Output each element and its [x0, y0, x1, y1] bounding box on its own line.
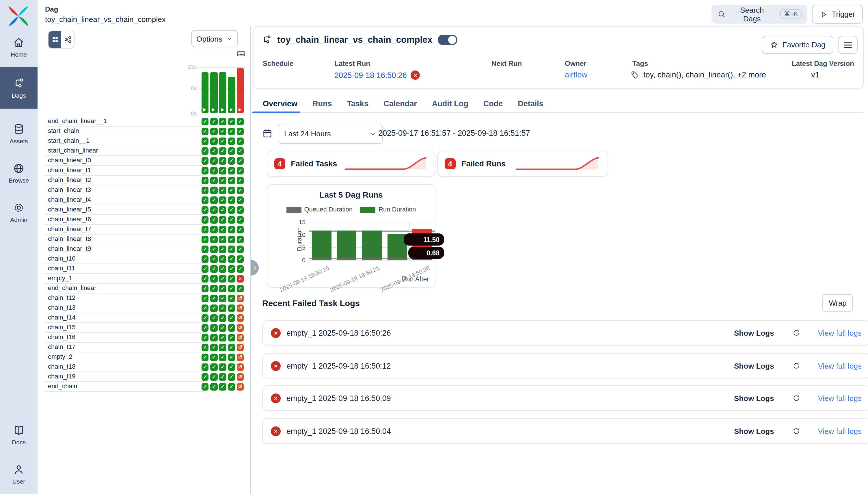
- task-instance-success[interactable]: ✓: [219, 373, 226, 380]
- favorite-dag-button[interactable]: Favorite Dag: [762, 36, 833, 54]
- task-name[interactable]: end_chain: [48, 382, 77, 390]
- task-name[interactable]: chain_linear_t8: [48, 235, 91, 242]
- task-name[interactable]: chain_linear_t0: [48, 156, 91, 164]
- wrap-button[interactable]: Wrap: [822, 294, 853, 312]
- task-instance-success[interactable]: ✓: [237, 226, 244, 233]
- refresh-icon[interactable]: [793, 362, 801, 370]
- task-name[interactable]: empty_1: [48, 274, 72, 281]
- tab-code[interactable]: Code: [484, 99, 503, 108]
- task-name[interactable]: chain_t14: [48, 314, 75, 321]
- task-instance-success[interactable]: ✓: [228, 344, 235, 351]
- dag-run-bar-failed[interactable]: [237, 69, 244, 114]
- run-duration-bar-success[interactable]: [362, 231, 382, 258]
- task-instance-success[interactable]: ✓: [228, 265, 235, 272]
- tab-tasks[interactable]: Tasks: [347, 99, 369, 108]
- task-name[interactable]: chain_t15: [48, 324, 75, 330]
- task-instance-upstream_failed[interactable]: ↺: [237, 363, 244, 370]
- task-instance-success[interactable]: ✓: [228, 285, 235, 292]
- task-instance-success[interactable]: ✓: [219, 354, 226, 361]
- sidebar-item-home[interactable]: Home: [0, 30, 38, 63]
- task-instance-success[interactable]: ✓: [210, 334, 217, 341]
- task-name[interactable]: chain_t16: [48, 334, 75, 340]
- task-name[interactable]: chain_t11: [48, 265, 75, 271]
- task-instance-success[interactable]: ✓: [210, 137, 217, 145]
- tab-runs[interactable]: Runs: [312, 99, 332, 108]
- task-name[interactable]: start_chain_linear: [48, 147, 98, 154]
- task-instance-success[interactable]: ✓: [201, 373, 209, 380]
- task-instance-success[interactable]: ✓: [210, 314, 217, 322]
- keyboard-shortcuts-icon[interactable]: [236, 49, 246, 58]
- task-instance-success[interactable]: ✓: [237, 118, 244, 125]
- queued-duration-bar[interactable]: [312, 258, 332, 260]
- task-instance-upstream_failed[interactable]: ↺: [237, 344, 244, 351]
- task-instance-success[interactable]: ✓: [228, 255, 235, 263]
- task-instance-upstream_failed[interactable]: ↺: [237, 373, 244, 380]
- queued-duration-bar[interactable]: [387, 258, 407, 260]
- task-instance-success[interactable]: ✓: [237, 255, 244, 263]
- task-instance-success[interactable]: ✓: [219, 334, 226, 341]
- task-instance-success[interactable]: ✓: [210, 206, 217, 213]
- task-instance-success[interactable]: ✓: [201, 363, 209, 370]
- task-instance-success[interactable]: ✓: [210, 177, 217, 184]
- task-instance-success[interactable]: ✓: [237, 285, 244, 292]
- task-instance-success[interactable]: ✓: [219, 275, 226, 282]
- task-instance-success[interactable]: ✓: [201, 137, 209, 145]
- dag-run-bar-success[interactable]: [228, 77, 235, 114]
- show-logs-button[interactable]: Show Logs: [734, 427, 774, 435]
- task-name[interactable]: chain_t10: [48, 255, 75, 262]
- task-instance-success[interactable]: ✓: [228, 246, 235, 253]
- task-instance-success[interactable]: ✓: [219, 324, 226, 331]
- task-instance-success[interactable]: ✓: [219, 383, 226, 390]
- task-instance-success[interactable]: ✓: [228, 216, 235, 223]
- task-instance-success[interactable]: ✓: [201, 304, 209, 312]
- task-name[interactable]: chain_linear_t3: [48, 186, 91, 193]
- task-instance-success[interactable]: ✓: [228, 226, 235, 233]
- task-instance-success[interactable]: ✓: [219, 147, 226, 155]
- task-instance-success[interactable]: ✓: [210, 294, 217, 302]
- task-name[interactable]: chain_linear_t6: [48, 215, 91, 223]
- task-instance-success[interactable]: ✓: [219, 216, 226, 223]
- show-logs-button[interactable]: Show Logs: [734, 328, 774, 337]
- task-name[interactable]: start_chain__1: [48, 137, 90, 144]
- failed-tasks-card[interactable]: 4 Failed Tasks: [267, 151, 435, 177]
- task-instance-success[interactable]: ✓: [228, 314, 235, 322]
- task-instance-success[interactable]: ✓: [210, 383, 217, 390]
- task-instance-success[interactable]: ✓: [210, 118, 217, 125]
- sidebar-item-docs[interactable]: Docs: [0, 418, 38, 451]
- dag-run-bar-success[interactable]: [201, 73, 209, 114]
- task-instance-success[interactable]: ✓: [210, 147, 217, 155]
- task-instance-success[interactable]: ✓: [210, 157, 217, 164]
- owner-link[interactable]: airflow: [565, 71, 587, 79]
- queued-duration-bar[interactable]: [337, 258, 357, 260]
- task-name[interactable]: end_chain_linear: [48, 284, 96, 291]
- task-instance-success[interactable]: ✓: [219, 157, 226, 164]
- task-instance-success[interactable]: ✓: [201, 236, 209, 243]
- task-instance-success[interactable]: ✓: [201, 177, 209, 184]
- sidebar-item-browse[interactable]: Browse: [0, 156, 38, 190]
- task-instance-success[interactable]: ✓: [210, 216, 217, 223]
- task-instance-success[interactable]: ✓: [228, 206, 235, 213]
- task-instance-success[interactable]: ✓: [228, 118, 235, 125]
- run-duration-bar-success[interactable]: [312, 230, 332, 258]
- failed-task-text[interactable]: empty_1 2025-09-18 16:50:04: [287, 427, 391, 435]
- task-name[interactable]: empty_2: [48, 353, 72, 360]
- view-full-logs-link[interactable]: View full logs: [818, 394, 862, 402]
- tags-value[interactable]: toy, chain(), chain_linear(), +2 more: [643, 71, 766, 79]
- task-name[interactable]: chain_t18: [48, 363, 75, 370]
- task-instance-success[interactable]: ✓: [237, 167, 244, 174]
- task-instance-success[interactable]: ✓: [219, 137, 226, 145]
- task-instance-success[interactable]: ✓: [228, 324, 235, 331]
- task-instance-success[interactable]: ✓: [219, 187, 226, 194]
- dag-menu-button[interactable]: [838, 36, 857, 54]
- view-full-logs-link[interactable]: View full logs: [818, 427, 862, 435]
- task-name[interactable]: chain_linear_t4: [48, 196, 91, 203]
- task-instance-success[interactable]: ✓: [201, 324, 209, 331]
- task-instance-success[interactable]: ✓: [237, 265, 244, 272]
- task-instance-success[interactable]: ✓: [210, 128, 217, 135]
- task-instance-success[interactable]: ✓: [201, 157, 209, 164]
- sidebar-item-user[interactable]: User: [0, 458, 38, 490]
- task-name[interactable]: chain_t12: [48, 294, 75, 301]
- task-instance-success[interactable]: ✓: [219, 294, 226, 302]
- task-instance-success[interactable]: ✓: [228, 383, 235, 390]
- task-instance-success[interactable]: ✓: [219, 363, 226, 370]
